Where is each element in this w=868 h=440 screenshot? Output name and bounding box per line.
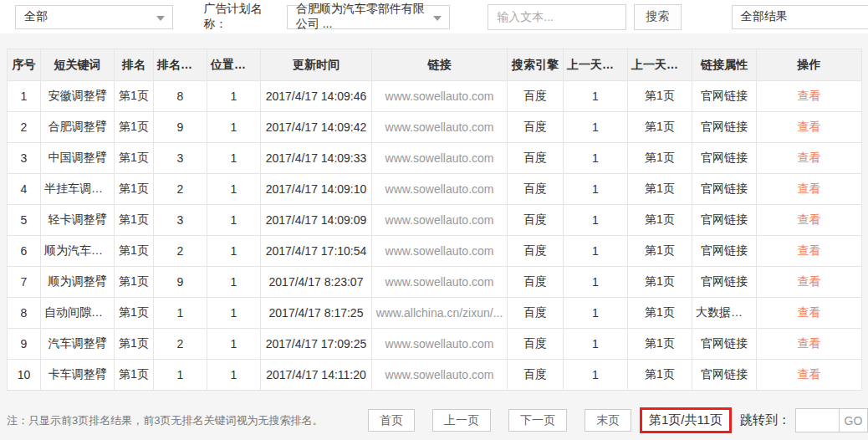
table-cell: 2017/4/17 8:23:07 — [261, 267, 372, 298]
table-cell: 第1页 — [628, 143, 692, 174]
table-cell: 1 — [564, 174, 628, 205]
view-link[interactable]: 查看 — [798, 151, 821, 164]
table-cell: 5 — [8, 205, 41, 236]
table-cell: 大数据链接 — [692, 298, 757, 329]
table-cell: 9 — [154, 267, 207, 298]
go-button[interactable]: GO — [840, 408, 868, 432]
view-link[interactable]: 查看 — [798, 89, 821, 102]
table-cell: 查看 — [757, 81, 862, 112]
table-cell: 2017/4/17 14:09:33 — [261, 143, 372, 174]
table-cell: 第1页 — [628, 174, 692, 205]
result-filter-value: 全部结果 — [741, 9, 788, 24]
table-cell: 官网链接 — [692, 112, 757, 143]
result-filter-select[interactable]: 全部结果 — [732, 5, 868, 29]
column-header: 操作 — [757, 49, 862, 81]
table-cell: 9 — [8, 329, 41, 360]
table-cell: 汽车调整臂 — [41, 329, 115, 360]
table-cell: 第1页 — [115, 174, 154, 205]
table-cell: 8 — [154, 81, 207, 112]
table-cell: 1 — [564, 236, 628, 267]
view-link[interactable]: 查看 — [798, 182, 821, 195]
table-cell: 6 — [8, 236, 41, 267]
table-cell: 1 — [564, 298, 628, 329]
view-link[interactable]: 查看 — [798, 120, 821, 133]
table-cell: 官网链接 — [692, 205, 757, 236]
table-row: 5轻卡调整臂第1页312017/4/17 14:09:09www.sowella… — [8, 205, 862, 236]
view-link[interactable]: 查看 — [798, 336, 821, 350]
table-cell: 查看 — [757, 205, 862, 236]
category-select-value: 全部 — [24, 9, 48, 24]
table-cell: 查看 — [757, 329, 862, 360]
table-row: 9汽车调整臂第1页212017/4/17 17:09:25www.sowella… — [8, 329, 862, 360]
column-header: 更新时间 — [261, 49, 372, 81]
view-link[interactable]: 查看 — [798, 305, 821, 319]
table-cell: 半挂车调整臂 — [41, 174, 115, 205]
table-cell: 2017/4/17 14:11:20 — [261, 360, 372, 391]
table-row: 4半挂车调整臂第1页212017/4/17 14:09:10www.sowell… — [8, 174, 862, 205]
table-cell: 2 — [154, 329, 207, 360]
view-link[interactable]: 查看 — [798, 274, 821, 288]
table-cell: 百度 — [508, 205, 564, 236]
table-cell: 安徽调整臂 — [41, 81, 115, 112]
table-cell: 百度 — [508, 267, 564, 298]
view-link[interactable]: 查看 — [798, 243, 821, 257]
table-cell: 第1页 — [628, 267, 692, 298]
table-cell: 1 — [207, 112, 261, 143]
last-page-button[interactable]: 末页 — [585, 409, 631, 432]
table-cell: www.allchina.cn/zixun/... — [372, 298, 508, 329]
table-row: 10卡车调整臂第1页112017/4/17 14:11:20www.sowell… — [8, 360, 862, 391]
table-cell: 第1页 — [115, 112, 154, 143]
table-cell: 1 — [207, 143, 261, 174]
table-cell: www.sowellauto.com — [372, 267, 508, 298]
note-text: 注：只显示前3页排名结果，前3页无排名关键词视为无搜索排名。 — [7, 413, 323, 428]
table-row: 2合肥调整臂第1页912017/4/17 14:09:42www.sowella… — [8, 112, 862, 143]
table-cell: 1 — [564, 112, 628, 143]
jump-page-input[interactable] — [795, 408, 840, 432]
category-select[interactable]: 全部 — [15, 5, 173, 29]
first-page-button[interactable]: 首页 — [368, 409, 415, 432]
table-cell: 卡车调整臂 — [41, 360, 115, 391]
table-cell: 百度 — [508, 236, 564, 267]
table-cell: 2017/4/17 14:09:42 — [261, 112, 372, 143]
table-cell: 1 — [154, 360, 207, 391]
view-link[interactable]: 查看 — [798, 212, 821, 226]
table-cell: 百度 — [508, 81, 564, 112]
footer: 注：只显示前3页排名结果，前3页无排名关键词视为无搜索排名。 首页上一页下一页末… — [0, 407, 868, 433]
search-button[interactable]: 搜索 — [634, 4, 681, 30]
keyword-ranking-table: 序号短关键词排名排名个数位置标签更新时间链接搜索引擎上一天排名上一天位置链接属性… — [7, 49, 861, 391]
table-cell: 1 — [207, 205, 261, 236]
column-header: 搜索引擎 — [508, 49, 564, 81]
table-cell: 1 — [207, 360, 261, 391]
table-cell: 顺为调整臂 — [41, 267, 115, 298]
search-input[interactable] — [488, 4, 626, 30]
plan-select[interactable]: 合肥顺为汽车零部件有限公司 ... — [287, 5, 450, 29]
table-cell: 1 — [207, 298, 261, 329]
table-header-row: 序号短关键词排名排名个数位置标签更新时间链接搜索引擎上一天排名上一天位置链接属性… — [8, 49, 862, 81]
table-cell: www.sowellauto.com — [372, 236, 508, 267]
table-cell: 2 — [8, 112, 41, 143]
table-cell: 7 — [8, 267, 41, 298]
next-page-button[interactable]: 下一页 — [508, 409, 567, 432]
table-cell: 查看 — [757, 298, 862, 329]
table-cell: 百度 — [508, 298, 564, 329]
table-row: 8自动间隙调整第1页112017/4/17 8:17:25www.allchin… — [8, 298, 862, 329]
chevron-down-icon — [156, 16, 165, 21]
table-cell: 10 — [8, 360, 41, 391]
table-cell: 第1页 — [115, 298, 154, 329]
plan-name-label: 广告计划名称： — [204, 2, 283, 32]
table-cell: 1 — [564, 143, 628, 174]
column-header: 链接属性 — [692, 49, 757, 81]
table-cell: 查看 — [757, 174, 862, 205]
view-link[interactable]: 查看 — [798, 367, 821, 381]
table-cell: 第1页 — [115, 329, 154, 360]
table-cell: 8 — [8, 298, 41, 329]
table-cell: 查看 — [757, 236, 862, 267]
table-cell: 第1页 — [628, 205, 692, 236]
column-header: 上一天位置 — [628, 49, 692, 81]
table-cell: 轻卡调整臂 — [41, 205, 115, 236]
prev-page-button[interactable]: 上一页 — [432, 409, 491, 432]
table-cell: www.sowellauto.com — [372, 81, 508, 112]
table-cell: 第1页 — [115, 81, 154, 112]
table-cell: 百度 — [508, 174, 564, 205]
table-cell: 1 — [207, 174, 261, 205]
